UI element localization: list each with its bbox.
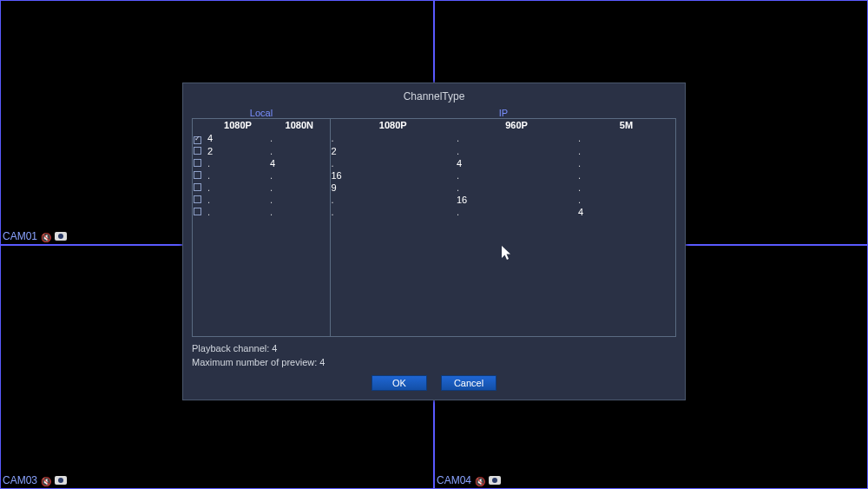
row-checkbox[interactable] <box>194 171 201 179</box>
cell: 16 <box>456 194 577 206</box>
cell: . <box>207 206 269 218</box>
cell: 16 <box>330 169 456 182</box>
cell: . <box>207 157 269 169</box>
camera-icon <box>55 476 67 485</box>
row-checkbox[interactable] <box>194 136 201 144</box>
cell: . <box>269 169 330 182</box>
max-preview-label: Maximum number of preview: 4 <box>192 356 676 370</box>
cell: . <box>269 145 330 157</box>
cell: 9 <box>330 182 456 194</box>
cell: . <box>456 145 577 157</box>
table-row[interactable]: .4.4. <box>193 157 675 169</box>
dialog-title: ChannelType <box>192 89 676 108</box>
cell: . <box>577 145 675 157</box>
cell: 2 <box>207 145 269 157</box>
camera-label-1: CAM01 <box>3 230 37 242</box>
cell: . <box>456 131 577 145</box>
col-1080p-local: 1080P <box>207 119 269 131</box>
cell: . <box>456 206 577 218</box>
row-checkbox[interactable] <box>194 147 201 155</box>
cell: 4 <box>269 157 330 169</box>
mute-icon <box>475 475 485 486</box>
cell: 4 <box>577 206 675 218</box>
table-row[interactable]: 4.... <box>193 131 675 145</box>
channel-type-dialog: ChannelType Local IP 1080P 1080N 1080P <box>182 83 686 400</box>
row-checkbox[interactable] <box>194 159 201 167</box>
cell: 4 <box>456 157 577 169</box>
table-row[interactable]: ..16.. <box>193 169 675 182</box>
cell: . <box>330 206 456 218</box>
cell: . <box>577 131 675 145</box>
row-checkbox[interactable] <box>194 195 201 203</box>
group-ip-label: IP <box>331 108 676 118</box>
cell: . <box>207 182 269 194</box>
cell: 2 <box>330 145 456 157</box>
cell: . <box>269 206 330 218</box>
cell: . <box>330 157 456 169</box>
cell: . <box>577 157 675 169</box>
camera-label-3: CAM03 <box>3 474 37 486</box>
playback-channel-label: Playback channel: 4 <box>192 342 676 356</box>
cell: . <box>330 194 456 206</box>
cell: . <box>577 169 675 182</box>
camera-icon <box>489 476 501 485</box>
mute-icon <box>41 475 51 486</box>
mute-icon <box>41 231 51 241</box>
cell: . <box>269 194 330 206</box>
cell: 4 <box>207 131 269 145</box>
row-checkbox[interactable] <box>194 183 201 191</box>
table-row[interactable]: ..9.. <box>193 182 675 194</box>
camera-label-4: CAM04 <box>437 474 471 486</box>
cell: . <box>207 194 269 206</box>
row-checkbox[interactable] <box>194 208 201 215</box>
col-1080n: 1080N <box>269 119 330 131</box>
column-group-header: Local IP <box>192 108 676 118</box>
cell: . <box>207 169 269 182</box>
cell: . <box>456 182 577 194</box>
table-row[interactable]: ....4 <box>193 206 675 218</box>
col-5m: 5M <box>577 119 675 131</box>
col-1080p-ip: 1080P <box>330 119 456 131</box>
table-row[interactable]: ...16. <box>193 194 675 206</box>
cell: . <box>577 194 675 206</box>
table-row[interactable]: 2.2.. <box>193 145 675 157</box>
cell: . <box>269 182 330 194</box>
cell: . <box>269 131 330 145</box>
channel-table: 1080P 1080N 1080P 960P 5M 4....2.2...4.4… <box>192 118 676 337</box>
cell: . <box>330 131 456 145</box>
col-960p: 960P <box>456 119 577 131</box>
cell: . <box>456 169 577 182</box>
table-header-row: 1080P 1080N 1080P 960P 5M <box>193 119 675 131</box>
camera-icon <box>55 232 67 241</box>
ok-button[interactable]: OK <box>372 375 427 391</box>
group-local-label: Local <box>192 108 331 118</box>
cell: . <box>577 182 675 194</box>
cancel-button[interactable]: Cancel <box>441 375 496 391</box>
